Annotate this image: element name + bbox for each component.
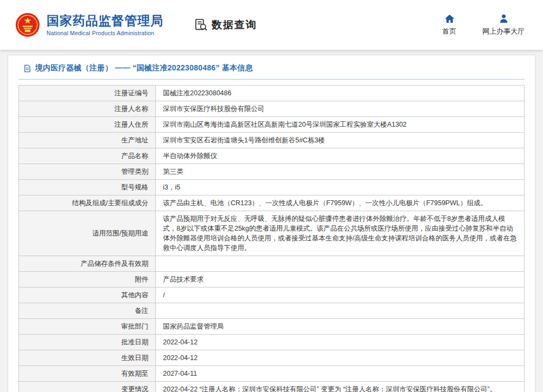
table-row: 管理类别 第三类 <box>19 164 525 180</box>
table-row: 注册证编号 国械注准20223080486 <box>19 86 525 101</box>
top-nav: 首页 网上办事大厅 <box>442 14 525 36</box>
row-label: 批准日期 <box>19 335 156 350</box>
row-label: 变更情况 <box>19 382 156 392</box>
row-label: 注册证编号 <box>19 86 156 101</box>
nav-home-label: 首页 <box>442 27 456 36</box>
page-title-bar: 境内医疗器械（注册） —— “国械注准20223080486” 基本信息 <box>18 62 525 80</box>
brand-block: 国家药品监督管理局 National Medical Products Admi… <box>15 12 163 37</box>
org-name-en: National Medical Products Administration <box>47 30 163 36</box>
row-value: 2022-04-12 <box>156 350 525 366</box>
table-row: 备注 <box>19 303 525 319</box>
row-value: 深圳市安保医疗科技股份有限公司 <box>156 101 525 117</box>
row-value <box>156 256 525 272</box>
table-row: 批准日期 2022-04-12 <box>19 335 525 350</box>
table-row: 变更情况 2022-04-22 “注册人名称：深圳市安保科技有限公司” 变更为 … <box>19 382 525 392</box>
page-title: 境内医疗器械（注册） —— “国械注准20223080486” 基本信息 <box>35 63 253 73</box>
home-icon <box>444 14 455 24</box>
row-label: 备注 <box>19 303 156 319</box>
table-row: 产品储存条件及有效期 <box>19 256 525 272</box>
table-row: 适用范围/预期用途 该产品预期用于对无反应、无呼吸、无脉搏的疑似心脏骤停患者进行… <box>19 211 525 256</box>
nav-service-hall[interactable]: 网上办事大厅 <box>482 14 525 36</box>
nav-home[interactable]: 首页 <box>442 14 456 36</box>
row-value: 深圳市南山区粤海街道高新区社区高新南七道20号深圳国家工程实验室大楼A1302 <box>156 117 525 133</box>
row-label: 产品名称 <box>19 148 156 164</box>
row-value: 2022-04-22 “注册人名称：深圳市安保科技有限公司” 变更为 “注册人名… <box>156 382 525 392</box>
table-row: 生效日期 2022-04-12 <box>19 350 525 366</box>
table-row: 结构及组成/主要组成成分 该产品由主机、电池（CR123）、一次性成人电极片（F… <box>19 195 525 211</box>
table-row: 审批部门 国家药品监督管理局 <box>19 319 525 335</box>
data-query-icon <box>194 18 208 32</box>
row-label: 生效日期 <box>19 350 156 366</box>
table-row: 其他内容 / <box>19 288 525 303</box>
row-label: 适用范围/预期用途 <box>19 211 156 256</box>
row-label: 结构及组成/主要组成成分 <box>19 195 156 211</box>
row-value: 国械注准20223080486 <box>156 86 525 101</box>
org-name-block: 国家药品监督管理局 National Medical Products Admi… <box>47 14 163 36</box>
row-label: 审批部门 <box>19 319 156 335</box>
row-label: 生产地址 <box>19 133 156 148</box>
row-label: 型号规格 <box>19 180 156 195</box>
table-row: 产品名称 半自动体外除颤仪 <box>19 148 525 164</box>
row-label: 管理类别 <box>19 164 156 180</box>
table-row: 注册人名称 深圳市安保医疗科技股份有限公司 <box>19 101 525 117</box>
row-value: 该产品预期用于对无反应、无呼吸、无脉搏的疑似心脏骤停患者进行体外除颤治疗。年龄不… <box>156 211 525 256</box>
header: 国家药品监督管理局 National Medical Products Admi… <box>0 0 543 50</box>
row-label: 产品储存条件及有效期 <box>19 256 156 272</box>
row-label: 其他内容 <box>19 288 156 303</box>
table-row: 型号规格 i3，i5 <box>19 180 525 195</box>
row-value: 2022-04-12 <box>156 335 525 350</box>
row-label: 附件 <box>19 272 156 288</box>
row-value: 深圳市宝安区石岩街道塘头1号路创维创新谷5#C栋3楼 <box>156 133 525 148</box>
document-icon <box>23 64 31 73</box>
person-icon <box>499 14 509 24</box>
table-row: 生产地址 深圳市宝安区石岩街道塘头1号路创维创新谷5#C栋3楼 <box>19 133 525 148</box>
table-row: 有效期至 2027-04-11 <box>19 366 525 382</box>
info-table: 注册证编号 国械注准20223080486 注册人名称 深圳市安保医疗科技股份有… <box>18 85 525 392</box>
row-value: 第三类 <box>156 164 525 180</box>
page-root: 国家药品监督管理局 National Medical Products Admi… <box>0 0 543 392</box>
content-card: 境内医疗器械（注册） —— “国械注准20223080486” 基本信息 注册证… <box>8 55 535 392</box>
nav-service-hall-label: 网上办事大厅 <box>482 27 525 36</box>
row-label: 注册人名称 <box>19 101 156 117</box>
row-label: 有效期至 <box>19 366 156 382</box>
data-query-title: 数据查询 <box>212 18 257 32</box>
data-query-block: 数据查询 <box>194 18 257 32</box>
row-value <box>156 303 525 319</box>
row-value: 产品技术要求 <box>156 272 525 288</box>
row-value: 该产品由主机、电池（CR123）、一次性成人电极片（F7959W）、一次性小儿电… <box>156 195 525 211</box>
org-name-cn: 国家药品监督管理局 <box>47 14 163 28</box>
national-emblem-icon <box>15 12 40 37</box>
row-value: i3，i5 <box>156 180 525 195</box>
row-value: 半自动体外除颤仪 <box>156 148 525 164</box>
table-row: 附件 产品技术要求 <box>19 272 525 288</box>
row-value: 国家药品监督管理局 <box>156 319 525 335</box>
row-value: / <box>156 288 525 303</box>
row-label: 注册人住所 <box>19 117 156 133</box>
table-row: 注册人住所 深圳市南山区粤海街道高新区社区高新南七道20号深圳国家工程实验室大楼… <box>19 117 525 133</box>
row-value: 2027-04-11 <box>156 366 525 382</box>
